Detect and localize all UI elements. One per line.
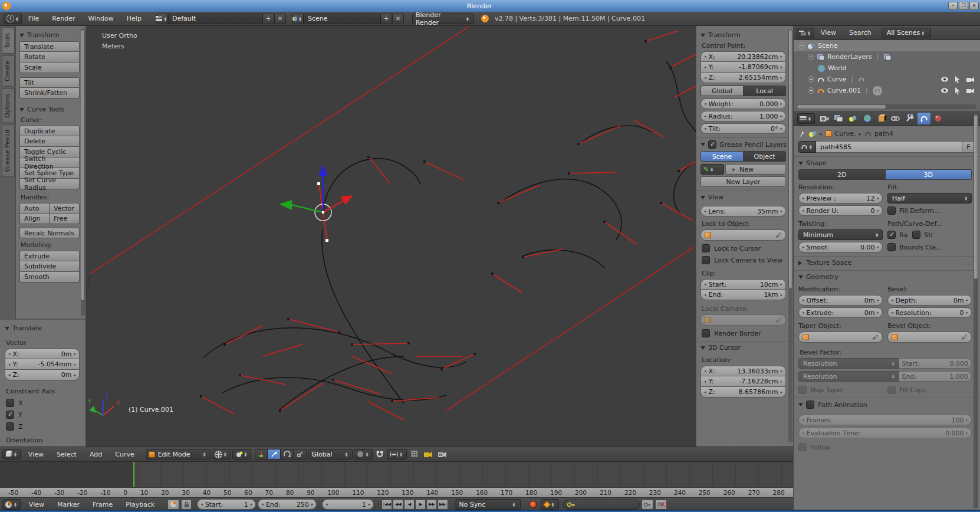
panel-grip-icon[interactable]: :::: bbox=[963, 402, 972, 408]
tool-button[interactable]: Duplicate bbox=[19, 126, 80, 136]
prev-keyframe-button[interactable]: ◀◀ bbox=[393, 500, 403, 510]
gp-pencil-dropdown[interactable]: ✎▲▼ bbox=[701, 164, 724, 175]
menu-item[interactable]: Window bbox=[81, 15, 120, 22]
manipulator-rotate-icon[interactable] bbox=[281, 449, 294, 460]
viewport-menu-item[interactable]: Curve bbox=[108, 451, 140, 458]
toolshelf-scrollbar[interactable] bbox=[81, 28, 85, 316]
cursor-x-field[interactable]: ◂X:13.36033cm▸ bbox=[701, 366, 786, 376]
manipulator-scale-icon[interactable] bbox=[294, 449, 307, 460]
timeline-menu-item[interactable]: Marker bbox=[51, 501, 86, 508]
manipulator-translate-icon[interactable] bbox=[268, 449, 281, 460]
modifiers-tab-icon[interactable] bbox=[903, 113, 916, 124]
snap-magnet-icon[interactable] bbox=[374, 449, 386, 460]
weight-field[interactable]: ◂Weight:0.000▸ bbox=[701, 99, 786, 109]
panel-header-grease-pencil[interactable]: Grease Pencil Layers:: bbox=[701, 140, 786, 149]
tab-create[interactable]: Create bbox=[2, 55, 15, 87]
tool-button[interactable]: Shrink/Fatten bbox=[19, 88, 80, 99]
scene-name[interactable]: Scene bbox=[304, 14, 380, 24]
auto-keyframe-record-icon[interactable] bbox=[527, 499, 539, 510]
panel-grip-icon[interactable]: :: bbox=[782, 142, 786, 147]
jump-to-end-button[interactable]: ▶▶| bbox=[438, 500, 448, 510]
vector-y-field[interactable]: ◂Y:-5.054mm▸ bbox=[5, 359, 80, 370]
viewport-editor-selector[interactable]: ▲▼ bbox=[2, 449, 21, 460]
use-preview-range-button[interactable] bbox=[167, 500, 179, 510]
breadcrumb-data[interactable]: path4 bbox=[874, 130, 893, 137]
render-layers-tab-icon[interactable] bbox=[833, 113, 846, 124]
recalc-normals-button[interactable]: Recalc Normals bbox=[19, 228, 80, 238]
expand-icon[interactable]: + bbox=[808, 54, 814, 60]
3d-viewport[interactable]: Y X Z User Ortho Meters (1) Curve.001 bbox=[85, 26, 696, 447]
datablock-name-field[interactable]: path4585 bbox=[816, 141, 962, 153]
panel-grip-icon[interactable]: :::: bbox=[71, 33, 80, 38]
expand-icon[interactable]: + bbox=[808, 87, 814, 94]
add-layout-button[interactable]: + bbox=[262, 14, 274, 24]
twist-smooth-field[interactable]: ◂Smoot:0.00▸ bbox=[798, 242, 883, 252]
panel-grip-icon[interactable]: :::: bbox=[71, 326, 80, 332]
lock-camera-checkbox[interactable] bbox=[702, 256, 710, 264]
offset-field[interactable]: ◂Offset:0m▸ bbox=[798, 295, 883, 306]
tab-options[interactable]: Options bbox=[2, 88, 15, 123]
panel-header-3d-cursor[interactable]: 3D Cursor bbox=[701, 344, 786, 352]
next-keyframe-button[interactable]: ▶▶ bbox=[426, 500, 437, 510]
fill-mode-dropdown[interactable]: Half▲▼ bbox=[887, 193, 972, 204]
tool-button[interactable]: Delete bbox=[19, 136, 80, 147]
tool-button[interactable]: Rotate bbox=[19, 52, 80, 63]
pin-icon[interactable] bbox=[798, 130, 805, 137]
timeline-menu-item[interactable]: View bbox=[22, 501, 51, 508]
eyedropper-icon[interactable]: 🖊 bbox=[873, 334, 879, 340]
material-tab-icon[interactable] bbox=[932, 113, 945, 124]
timeline-editor-selector[interactable]: ▲▼ bbox=[2, 499, 21, 510]
curve-id-icon[interactable]: ▲▼ bbox=[798, 141, 816, 153]
panel-header-curve-tools[interactable]: Curve Tools:::: bbox=[19, 106, 80, 113]
panel-header-translate[interactable]: Translate:::: bbox=[5, 324, 80, 332]
extrude-field[interactable]: ◂Extrude:0m▸ bbox=[798, 307, 883, 318]
clip-start-field[interactable]: ◂Start:10cm▸ bbox=[701, 279, 786, 290]
selectability-cursor-icon[interactable] bbox=[955, 87, 961, 94]
outliner-row-world[interactable]: World bbox=[794, 63, 980, 74]
panel-header-view[interactable]: View bbox=[701, 193, 786, 201]
breadcrumb-object[interactable]: Curve. bbox=[835, 130, 856, 137]
current-frame-field[interactable]: ◂1▸ bbox=[322, 499, 374, 510]
fill-deformed-checkbox[interactable] bbox=[887, 206, 896, 215]
pivot-dropdown[interactable]: ▲▼ bbox=[232, 449, 252, 460]
cp-z-field[interactable]: ◂Z:2.65154mm▸ bbox=[701, 73, 786, 83]
screen-layout-name[interactable]: Default bbox=[168, 14, 262, 24]
renderability-camera-icon[interactable] bbox=[966, 88, 974, 94]
collapse-icon[interactable]: − bbox=[798, 42, 805, 49]
vector-x-field[interactable]: ◂X:0m▸ bbox=[5, 349, 80, 359]
tool-button[interactable]: Switch Direction bbox=[19, 157, 80, 168]
vector-z-field[interactable]: ◂Z:0m▸ bbox=[5, 370, 80, 380]
npanel-scrollbar[interactable] bbox=[788, 29, 792, 442]
minimize-button[interactable]: – bbox=[948, 2, 958, 10]
viewport-menu-item[interactable]: Select bbox=[50, 451, 83, 458]
properties-editor-selector[interactable]: ▲▼ bbox=[797, 113, 815, 124]
transform-manipulator[interactable] bbox=[279, 164, 353, 242]
bevel-factor-start-mode[interactable]: Resolution▲▼ bbox=[798, 358, 899, 369]
jump-to-start-button[interactable]: |◀◀ bbox=[382, 500, 392, 510]
play-reverse-button[interactable]: ◀ bbox=[404, 500, 415, 510]
close-button[interactable]: ✕ bbox=[969, 2, 979, 10]
delete-layout-button[interactable]: ✕ bbox=[274, 14, 286, 24]
properties-scrollbar[interactable] bbox=[974, 113, 978, 508]
taper-object-field[interactable]: 🖊 bbox=[798, 332, 883, 343]
timeline-menu-item[interactable]: Frame bbox=[86, 501, 119, 508]
cp-y-field[interactable]: ◂Y:-1.87069cm▸ bbox=[701, 62, 786, 73]
fill-caps-checkbox[interactable] bbox=[887, 386, 896, 394]
shape-2d-toggle[interactable]: 2D bbox=[798, 169, 886, 180]
local-toggle[interactable]: Local bbox=[744, 86, 786, 96]
preview-resolution-field[interactable]: ◂Preview :12▸ bbox=[798, 193, 883, 204]
proportional-edit-dropdown[interactable]: ▲▼ bbox=[387, 449, 407, 460]
scene-icon[interactable]: ▲▼ bbox=[292, 14, 304, 24]
render-border-checkbox[interactable] bbox=[702, 329, 710, 337]
bevel-object-field[interactable]: 🖊 bbox=[887, 332, 972, 343]
cursor-y-field[interactable]: ◂Y:-7.16228cm▸ bbox=[701, 376, 786, 387]
render-opengl-anim-icon[interactable] bbox=[436, 449, 449, 460]
panel-header-texture-space[interactable]: Texture Space:::: bbox=[798, 259, 972, 267]
lock-to-cursor-checkbox[interactable] bbox=[702, 244, 710, 252]
viewport-menu-item[interactable]: Add bbox=[83, 451, 108, 458]
keyframe-type-dropdown[interactable]: ▲▼ bbox=[541, 499, 559, 510]
twist-method-dropdown[interactable]: Minimum▲▼ bbox=[798, 229, 883, 240]
world-tab-icon[interactable] bbox=[861, 113, 874, 124]
constraint-x-checkbox[interactable] bbox=[6, 399, 14, 407]
tab-tools[interactable]: Tools bbox=[2, 28, 15, 54]
